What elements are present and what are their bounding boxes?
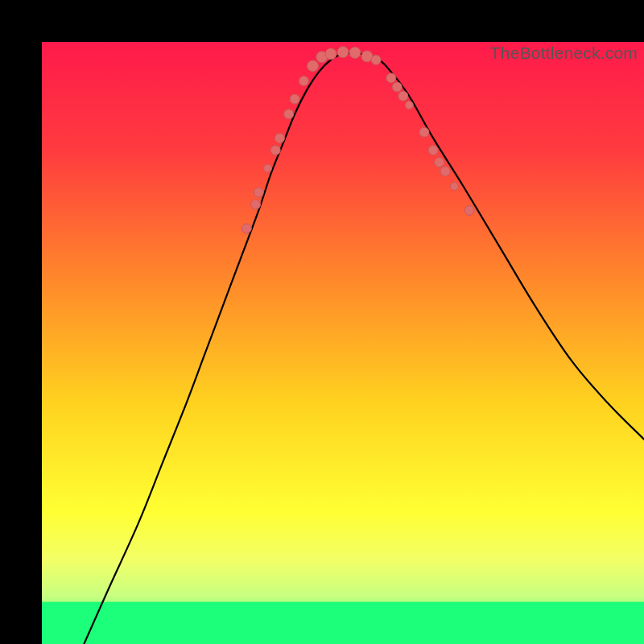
data-marker [398, 91, 408, 101]
data-marker [337, 47, 349, 58]
watermark-text: TheBottleneck.com [490, 43, 638, 63]
data-marker [242, 224, 251, 233]
plot-area: TheBottleneck.com [42, 42, 644, 644]
data-marker [405, 101, 413, 109]
data-marker [349, 47, 361, 58]
data-marker [435, 158, 444, 167]
data-marker [254, 188, 263, 197]
data-marker [464, 205, 474, 215]
data-marker [299, 76, 308, 86]
data-marker [428, 146, 438, 155]
data-marker [371, 55, 381, 64]
data-marker [275, 134, 284, 143]
data-marker [264, 164, 272, 172]
data-marker [419, 127, 429, 137]
chart-svg [42, 42, 644, 644]
gradient-background [42, 42, 644, 644]
data-marker [386, 73, 396, 83]
bottom-green-band [42, 602, 644, 644]
data-marker [440, 167, 450, 176]
data-marker [270, 146, 280, 155]
data-marker [284, 109, 294, 119]
data-marker [290, 94, 299, 104]
data-marker [325, 48, 336, 60]
chart-frame: TheBottleneck.com [0, 0, 644, 644]
data-marker [251, 200, 261, 209]
data-marker [450, 183, 458, 191]
data-marker [392, 82, 402, 92]
data-marker [308, 60, 319, 72]
